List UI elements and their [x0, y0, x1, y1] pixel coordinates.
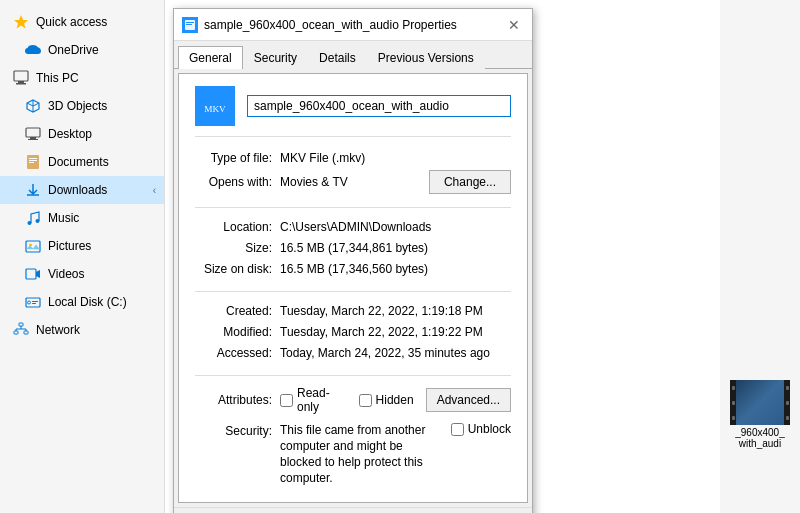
hidden-checkbox-item[interactable]: Hidden: [359, 393, 414, 407]
sidebar-label-onedrive: OneDrive: [48, 43, 99, 57]
sidebar-label-local-disk: Local Disk (C:): [48, 295, 127, 309]
dialog-titlebar: sample_960x400_ocean_with_audio Properti…: [174, 9, 532, 41]
sidebar-item-desktop[interactable]: Desktop: [0, 120, 164, 148]
accessed-label: Accessed:: [195, 344, 280, 362]
security-label: Security:: [195, 422, 280, 486]
sidebar-label-pictures: Pictures: [48, 239, 91, 253]
advanced-button[interactable]: Advanced...: [426, 388, 511, 412]
dialog-body: MKV Type of file: MKV File (.mkv) Opens …: [178, 73, 528, 503]
opens-with-label: Opens with:: [195, 175, 280, 189]
svg-rect-19: [32, 301, 38, 302]
sidebar-item-quick-access[interactable]: Quick access: [0, 8, 164, 36]
sidebar-label-downloads: Downloads: [48, 183, 107, 197]
attributes-label: Attributes:: [195, 393, 280, 407]
pictures-icon: [24, 237, 42, 255]
tab-bar: General Security Details Previous Versio…: [174, 41, 532, 69]
attributes-row: Attributes: Read-only Hidden Advanced...: [195, 386, 511, 414]
file-type-section: Type of file: MKV File (.mkv) Opens with…: [195, 149, 511, 208]
unblock-label: Unblock: [468, 422, 511, 436]
collapse-arrow: ‹: [153, 185, 156, 196]
3d-icon: [24, 97, 42, 115]
size-label: Size:: [195, 239, 280, 257]
location-label: Location:: [195, 218, 280, 236]
sidebar-item-network[interactable]: Network: [0, 316, 164, 344]
sidebar-item-local-disk[interactable]: Local Disk (C:): [0, 288, 164, 316]
location-value: C:\Users\ADMIN\Downloads: [280, 218, 511, 236]
dates-section: Created: Tuesday, March 22, 2022, 1:19:1…: [195, 302, 511, 376]
security-content: This file came from another computer and…: [280, 422, 511, 486]
sidebar-item-downloads[interactable]: Downloads ‹: [0, 176, 164, 204]
location-row: Location: C:\Users\ADMIN\Downloads: [195, 218, 511, 236]
dialog-close-button[interactable]: ✕: [504, 15, 524, 35]
readonly-label: Read-only: [297, 386, 347, 414]
modified-label: Modified:: [195, 323, 280, 341]
sidebar-label-desktop: Desktop: [48, 127, 92, 141]
size-on-disk-label: Size on disk:: [195, 260, 280, 278]
readonly-checkbox[interactable]: [280, 394, 293, 407]
sidebar-item-3d-objects[interactable]: 3D Objects: [0, 92, 164, 120]
security-text: This file came from another computer and…: [280, 422, 443, 486]
created-label: Created:: [195, 302, 280, 320]
tab-general[interactable]: General: [178, 46, 243, 69]
properties-dialog: sample_960x400_ocean_with_audio Properti…: [173, 8, 533, 513]
svg-rect-17: [26, 298, 40, 307]
readonly-checkbox-item[interactable]: Read-only: [280, 386, 347, 414]
modified-row: Modified: Tuesday, March 22, 2022, 1:19:…: [195, 323, 511, 341]
preview-thumbnail: [730, 380, 790, 425]
svg-rect-10: [29, 162, 34, 163]
film-hole: [786, 386, 789, 390]
created-value: Tuesday, March 22, 2022, 1:19:18 PM: [280, 302, 511, 320]
svg-rect-21: [19, 323, 23, 326]
main-area: sample_960x400_ocean_with_audio Properti…: [165, 0, 800, 513]
svg-rect-4: [26, 128, 40, 137]
svg-rect-23: [24, 331, 28, 334]
dialog-icon: [182, 17, 198, 33]
music-icon: [24, 209, 42, 227]
tab-details[interactable]: Details: [308, 46, 367, 69]
svg-rect-26: [186, 24, 192, 25]
preview-label: _960x400_with_audi: [725, 427, 795, 449]
tab-previous-versions[interactable]: Previous Versions: [367, 46, 485, 69]
file-name-input[interactable]: [247, 95, 511, 117]
file-header: MKV: [195, 86, 511, 137]
star-icon: [12, 13, 30, 31]
file-type-row: Type of file: MKV File (.mkv): [195, 149, 511, 167]
download-icon: [24, 181, 42, 199]
tab-security[interactable]: Security: [243, 46, 308, 69]
desktop-icon: [24, 125, 42, 143]
disk-icon: [24, 293, 42, 311]
unblock-group: Unblock: [451, 422, 511, 436]
unblock-checkbox[interactable]: [451, 423, 464, 436]
documents-icon: [24, 153, 42, 171]
unblock-checkbox-item[interactable]: Unblock: [451, 422, 511, 436]
sidebar-item-music[interactable]: Music: [0, 204, 164, 232]
sidebar-label-quick-access: Quick access: [36, 15, 107, 29]
svg-rect-14: [26, 241, 40, 252]
location-section: Location: C:\Users\ADMIN\Downloads Size:…: [195, 218, 511, 292]
sidebar-label-this-pc: This PC: [36, 71, 79, 85]
hidden-checkbox[interactable]: [359, 394, 372, 407]
svg-rect-16: [26, 269, 36, 279]
opens-with-row: Opens with: Movies & TV Change...: [195, 170, 511, 194]
film-strip-right: [784, 380, 790, 425]
sidebar-item-onedrive[interactable]: OneDrive: [0, 36, 164, 64]
preview-panel: _960x400_with_audi: [720, 0, 800, 513]
file-type-icon: MKV: [195, 86, 235, 126]
change-button[interactable]: Change...: [429, 170, 511, 194]
sidebar-item-videos[interactable]: Videos: [0, 260, 164, 288]
film-hole: [732, 401, 735, 405]
sidebar-item-pictures[interactable]: Pictures: [0, 232, 164, 260]
film-hole: [732, 386, 735, 390]
dialog-footer: OK Cancel Apply: [174, 507, 532, 513]
svg-rect-5: [30, 137, 36, 139]
sidebar-label-documents: Documents: [48, 155, 109, 169]
sidebar-item-documents[interactable]: Documents: [0, 148, 164, 176]
sidebar-item-this-pc[interactable]: This PC: [0, 64, 164, 92]
sidebar-label-videos: Videos: [48, 267, 84, 281]
svg-rect-2: [18, 81, 24, 83]
svg-rect-6: [28, 139, 38, 140]
svg-text:MKV: MKV: [204, 104, 226, 114]
svg-marker-0: [14, 15, 28, 29]
film-hole: [786, 401, 789, 405]
file-type-value: MKV File (.mkv): [280, 149, 511, 167]
